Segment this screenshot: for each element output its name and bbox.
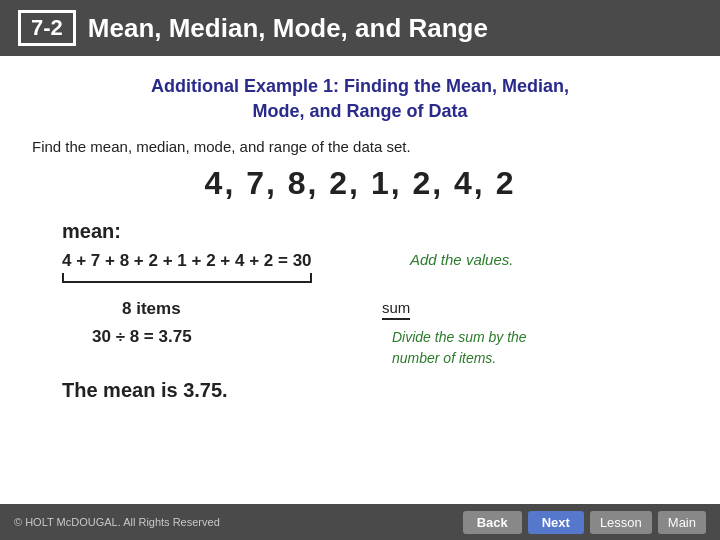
copyright: © HOLT McDOUGAL. All Rights Reserved bbox=[14, 516, 220, 528]
equation-col: 4 + 7 + 8 + 2 + 1 + 2 + 4 + 2 = 30 bbox=[62, 251, 382, 285]
main-button[interactable]: Main bbox=[658, 511, 706, 534]
back-button[interactable]: Back bbox=[463, 511, 522, 534]
data-set: 4, 7, 8, 2, 1, 2, 4, 2 bbox=[32, 165, 688, 202]
instruction-text: Find the mean, median, mode, and range o… bbox=[32, 138, 688, 155]
items-row: 8 items sum bbox=[62, 299, 688, 319]
equation-brace-wrap: 4 + 7 + 8 + 2 + 1 + 2 + 4 + 2 = 30 bbox=[62, 251, 312, 285]
sum-label: sum bbox=[382, 299, 410, 316]
divide-equation: 30 ÷ 8 = 3.75 bbox=[92, 327, 192, 346]
main-content: Additional Example 1: Finding the Mean, … bbox=[0, 56, 720, 430]
footer: © HOLT McDOUGAL. All Rights Reserved Bac… bbox=[0, 504, 720, 540]
lesson-title: Mean, Median, Mode, and Range bbox=[88, 13, 488, 44]
add-note-text: Add the values. bbox=[410, 251, 513, 268]
sum-underline bbox=[382, 318, 410, 320]
conclusion-text: The mean is 3.75. bbox=[62, 379, 688, 402]
sum-col: sum bbox=[382, 299, 688, 317]
header: 7-2 Mean, Median, Mode, and Range bbox=[0, 0, 720, 56]
equation-text: 4 + 7 + 8 + 2 + 1 + 2 + 4 + 2 = 30 bbox=[62, 251, 312, 270]
divide-col: 30 ÷ 8 = 3.75 bbox=[62, 327, 382, 347]
mean-label: mean: bbox=[62, 220, 688, 243]
footer-buttons: Back Next Lesson Main bbox=[463, 511, 706, 534]
divide-note-col: Divide the sum by the number of items. bbox=[392, 327, 688, 369]
brace-line bbox=[62, 281, 312, 283]
divide-note: Divide the sum by the number of items. bbox=[392, 327, 688, 369]
example-title: Additional Example 1: Finding the Mean, … bbox=[32, 74, 688, 124]
lesson-button[interactable]: Lesson bbox=[590, 511, 652, 534]
lesson-badge: 7-2 bbox=[18, 10, 76, 46]
sum-underline-wrap: sum bbox=[382, 299, 410, 317]
brace-right bbox=[310, 273, 312, 283]
items-label: 8 items bbox=[122, 299, 181, 319]
items-col: 8 items bbox=[62, 299, 382, 319]
add-note-col: Add the values. bbox=[392, 251, 688, 269]
next-button[interactable]: Next bbox=[528, 511, 584, 534]
